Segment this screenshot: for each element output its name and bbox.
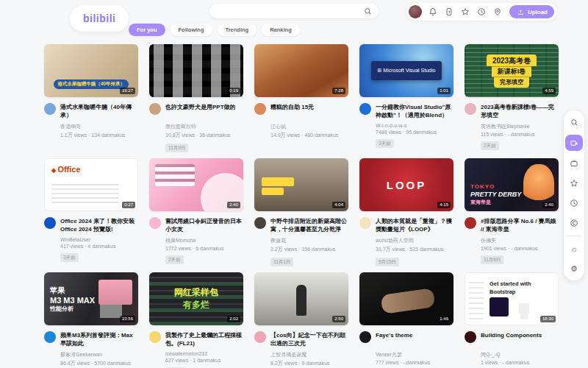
video-thumbnail[interactable]: 0:19 <box>149 44 243 97</box>
uploader-avatar[interactable] <box>359 331 371 343</box>
video-meta: Faye's theme Venser凡瑟 777 views · - danm… <box>359 325 453 368</box>
uploader-name[interactable]: 阿Q-_-Q <box>481 351 559 358</box>
video-thumbnail[interactable]: 港式水果咖喱牛腩（40年传承） 19:27 <box>44 44 138 97</box>
video-title[interactable]: Faye's theme <box>376 331 453 347</box>
uploader-avatar[interactable] <box>359 103 371 115</box>
toolbar-favorites-icon[interactable] <box>566 176 582 191</box>
video-thumbnail[interactable]: 4:04 <box>254 158 348 211</box>
video-title[interactable]: 我製作了史上最爛的工程採樣包。(FL21) <box>165 331 243 347</box>
uploader-name[interactable]: 英语教书匠Stephanie <box>481 123 559 130</box>
uploader-avatar[interactable] <box>149 331 161 343</box>
uploader-name[interactable]: wuhu动画人空间 <box>376 237 453 244</box>
uploader-avatar[interactable] <box>465 217 476 229</box>
video-card[interactable]: LOOP 4:15 人類的本質就是「重複」？獲獎動畫短片《LOOP》 wuhu动… <box>359 158 453 263</box>
video-title[interactable]: Office 2024 来了！教你安装 Office 2024 預覽版! <box>60 217 138 233</box>
toolbar-history-icon[interactable] <box>566 196 582 210</box>
uploader-name[interactable]: 上智月璃圣诞魔 <box>270 351 348 358</box>
video-card[interactable]: 7:28 糟糕的自助 15元 江心賦 14.9万 views · 480 dan… <box>254 44 348 149</box>
toolbar-feed-icon[interactable] <box>565 135 583 151</box>
video-card[interactable]: 港式水果咖喱牛腩（40年传承） 19:27 港式水果咖喱牛腩（40年傳承） 香港… <box>44 44 138 149</box>
tab-ranking[interactable]: Ranking <box>262 24 300 36</box>
uploader-avatar[interactable] <box>44 217 56 229</box>
toolbar-copyright-icon[interactable] <box>566 216 582 230</box>
site-logo[interactable]: bilibili <box>70 5 129 32</box>
uploader-avatar[interactable] <box>465 331 476 343</box>
video-card[interactable]: 网红采样包有多烂 2:02 我製作了史上最爛的工程採樣包。(FL21) icew… <box>149 272 243 368</box>
uploader-avatar[interactable] <box>149 217 161 229</box>
video-title[interactable]: 糟糕的自助 15元 <box>270 103 348 119</box>
video-title[interactable]: 一分鐘教你Visual Studio"原神啟動"！（適用於Blend） <box>376 103 453 119</box>
dynamic-icon[interactable] <box>445 7 454 17</box>
video-title[interactable]: 蘋果M3系列首發評測：Max早該如此 <box>60 331 138 347</box>
search-bar[interactable] <box>209 4 379 18</box>
uploader-name[interactable]: 极客湾Geekerwan <box>60 351 138 358</box>
toolbar-settings-icon[interactable]: ⚙ <box>566 261 582 276</box>
toolbar-theme-icon[interactable]: ☼ <box>566 241 582 256</box>
video-title[interactable]: Building Components <box>481 331 559 347</box>
uploader-name[interactable]: icewatermelon233 <box>165 351 243 356</box>
uploader-name[interactable]: 香港细哥 <box>60 123 138 130</box>
duration-badge: 1:46 <box>437 316 451 322</box>
video-thumbnail[interactable]: 2:50 <box>254 272 348 325</box>
bell-icon[interactable] <box>429 7 438 17</box>
uploader-avatar[interactable] <box>44 103 56 115</box>
uploader-avatar[interactable] <box>44 331 56 343</box>
video-card[interactable]: 苹果M3 M3 MAX性能分析 23:56 蘋果M3系列首發評測：Max早該如此… <box>44 272 138 368</box>
uploader-name[interactable]: W-i-n-d-o-w-s <box>376 123 453 128</box>
video-card[interactable]: 0:19 也許文豪野犬是用PPT做的 墨拉图斯拉特 10.8万 views · … <box>149 44 243 149</box>
search-input[interactable] <box>215 8 363 15</box>
video-title[interactable]: 港式水果咖喱牛腩（40年傳承） <box>60 103 138 119</box>
history-icon[interactable] <box>477 7 487 17</box>
uploader-avatar[interactable] <box>254 331 266 343</box>
video-thumbnail[interactable]: Get started withBootstrap 18:30 <box>465 272 559 325</box>
video-title[interactable]: 嘗試用繞口令糾正發音的日本小女友 <box>165 217 243 233</box>
search-icon[interactable] <box>363 7 373 16</box>
video-card[interactable]: 2:50 【cos向】紀念一下在不列顛出過的三次元 上智月璃圣诞魔 8.2万 v… <box>254 272 348 368</box>
video-card[interactable]: 4:04 中野牛排店附近的新築高階公寓，十分溫馨甚至九分乾淨 夜微花 2.2万 … <box>254 158 348 263</box>
video-thumbnail[interactable]: Microsoft Visual Studio 1:01 <box>359 44 453 97</box>
video-thumbnail[interactable]: 7:28 <box>254 44 348 97</box>
upload-button[interactable]: Upload <box>509 5 554 18</box>
user-avatar[interactable] <box>409 5 422 18</box>
uploader-name[interactable]: 仿佛失 <box>481 237 559 244</box>
uploader-name[interactable]: Venser凡瑟 <box>376 351 453 358</box>
video-thumbnail[interactable]: 2023高考卷新课标I卷完形填空 4:59 <box>465 44 559 97</box>
uploader-avatar[interactable] <box>254 103 266 115</box>
tab-following[interactable]: Following <box>171 24 212 36</box>
video-card[interactable]: Microsoft Visual Studio 1:01 一分鐘教你Visual… <box>359 44 453 149</box>
video-title[interactable]: 人類的本質就是「重複」？獲獎動畫短片《LOOP》 <box>376 217 453 233</box>
toolbar-tv-icon[interactable] <box>566 156 582 171</box>
uploader-avatar[interactable] <box>254 217 266 229</box>
video-title[interactable]: 【cos向】紀念一下在不列顛出過的三次元 <box>270 331 348 347</box>
video-title[interactable]: 也許文豪野犬是用PPT做的 <box>165 103 243 119</box>
location-pin-icon[interactable] <box>493 7 503 17</box>
uploader-avatar[interactable] <box>465 103 476 115</box>
uploader-name[interactable]: 墨拉图斯拉特 <box>165 123 243 130</box>
uploader-avatar[interactable] <box>359 217 371 229</box>
toolbar-search-icon[interactable] <box>566 115 582 130</box>
video-card[interactable]: 2023高考卷新课标I卷完形填空 4:59 2023高考卷新課標I卷——完形填空… <box>465 44 559 149</box>
video-card[interactable]: Office 0:27 Office 2024 来了！教你安装 Office 2… <box>44 158 138 263</box>
video-thumbnail[interactable]: 2:40 <box>149 158 243 211</box>
video-title[interactable]: 中野牛排店附近的新築高階公寓，十分溫馨甚至九分乾淨 <box>270 217 348 233</box>
video-card[interactable]: Get started withBootstrap 18:30 Building… <box>465 272 559 368</box>
uploader-name[interactable]: 桃菜Momoha <box>165 237 243 244</box>
video-thumbnail[interactable]: TOKYOPRETTY DERBY東海帝皇 2:40 <box>465 158 559 211</box>
video-title[interactable]: 2023高考卷新課標I卷——完形填空 <box>481 103 559 119</box>
uploader-avatar[interactable] <box>149 103 161 115</box>
uploader-name[interactable]: 江心賦 <box>270 123 348 130</box>
tab-for-you[interactable]: For you <box>129 24 165 36</box>
video-card[interactable]: 1:46 Faye's theme Venser凡瑟 777 views · -… <box>359 272 453 368</box>
video-thumbnail[interactable]: Office 0:27 <box>44 158 138 211</box>
uploader-name[interactable]: WinBetaUser <box>60 237 138 242</box>
video-thumbnail[interactable]: 网红采样包有多烂 2:02 <box>149 272 243 325</box>
video-card[interactable]: 2:40 嘗試用繞口令糾正發音的日本小女友 桃菜Momoha 1772 view… <box>149 158 243 263</box>
star-icon[interactable] <box>461 7 470 17</box>
tab-trending[interactable]: Trending <box>218 24 257 36</box>
video-thumbnail[interactable]: 苹果M3 M3 MAX性能分析 23:56 <box>44 272 138 325</box>
video-title[interactable]: #排版思路分享 No.6 / 賽馬娘 // 東海帝皇 <box>481 217 559 233</box>
uploader-name[interactable]: 夜微花 <box>270 237 348 244</box>
video-thumbnail[interactable]: 1:46 <box>359 272 453 325</box>
video-thumbnail[interactable]: LOOP 4:15 <box>359 158 453 211</box>
video-card[interactable]: TOKYOPRETTY DERBY東海帝皇 2:40 #排版思路分享 No.6 … <box>465 158 559 263</box>
